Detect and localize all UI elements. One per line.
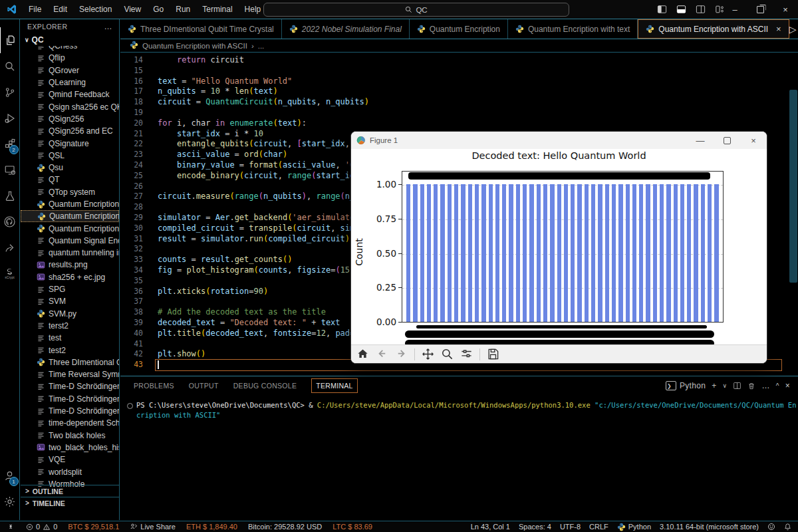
terminal-output[interactable]: PS C:\Users\steve\OneDrive\Documents\QC>… bbox=[120, 395, 798, 420]
activity-accounts[interactable]: 1 bbox=[0, 463, 20, 489]
file-item[interactable]: test bbox=[21, 332, 119, 344]
code-line[interactable]: 20for i, char in enumerate(text): bbox=[120, 118, 798, 129]
back-icon[interactable] bbox=[376, 348, 388, 360]
file-item[interactable]: Qmind Feedback bbox=[21, 88, 119, 100]
terminal-tab-output[interactable]: OUTPUT bbox=[189, 376, 219, 395]
terminal-tab-debug-console[interactable]: DEBUG CONSOLE bbox=[233, 376, 297, 395]
menu-run[interactable]: Run bbox=[170, 5, 196, 14]
menu-file[interactable]: File bbox=[23, 5, 47, 14]
file-item[interactable]: time-dependent Schr... bbox=[21, 417, 119, 429]
file-item[interactable]: quantum tunneling in... bbox=[21, 247, 119, 259]
status-eol[interactable]: CRLF bbox=[589, 523, 608, 531]
file-item[interactable]: test2 bbox=[21, 344, 119, 356]
status-live-share[interactable]: Live Share bbox=[130, 523, 176, 531]
activity-source-control[interactable] bbox=[0, 79, 20, 105]
toggle-secondary-sidebar-icon[interactable] bbox=[696, 5, 706, 14]
home-icon[interactable] bbox=[356, 348, 369, 360]
file-item[interactable]: QGrover bbox=[21, 65, 119, 76]
code-line[interactable]: 14 return circuit bbox=[120, 55, 798, 66]
file-item[interactable]: Qsu bbox=[21, 162, 119, 174]
file-item[interactable]: results.png bbox=[21, 259, 119, 271]
toggle-sidebar-icon[interactable] bbox=[657, 5, 667, 14]
status-language-mode[interactable]: Python bbox=[617, 523, 651, 531]
activity-scrypt[interactable]: sCrypt bbox=[0, 261, 20, 287]
editor-scrollbar[interactable] bbox=[789, 90, 797, 283]
editor-tab[interactable]: Quantum Encription with ASCII× bbox=[638, 19, 789, 39]
save-icon[interactable] bbox=[487, 348, 499, 360]
file-item[interactable]: QChess bbox=[21, 46, 119, 52]
status-notifications[interactable] bbox=[784, 523, 791, 531]
menu-go[interactable]: Go bbox=[147, 5, 170, 14]
file-item[interactable]: terst2 bbox=[21, 320, 119, 332]
toggle-panel-icon[interactable] bbox=[676, 5, 686, 14]
window-restore-button[interactable] bbox=[747, 0, 773, 19]
activity-search[interactable] bbox=[0, 53, 20, 79]
breadcrumb[interactable]: Quantum Encription with ASCII › ... bbox=[120, 39, 798, 53]
file-item[interactable]: Time-D Schrödinger ... bbox=[21, 380, 119, 392]
file-item[interactable]: Time Reversal Symme... bbox=[21, 368, 119, 380]
editor-tab[interactable]: Three DImentional Qubit Time Crystal bbox=[120, 19, 282, 39]
pan-icon[interactable] bbox=[422, 348, 434, 360]
new-terminal-button[interactable]: + bbox=[712, 381, 716, 390]
breadcrumb-more[interactable]: ... bbox=[258, 42, 265, 50]
command-center-search[interactable]: QC bbox=[263, 3, 569, 17]
matplotlib-figure-window[interactable]: Figure 1 — × Decoded text: Hello Quantum… bbox=[350, 131, 767, 364]
folder-root-qc[interactable]: ∨ QC bbox=[21, 34, 119, 46]
configure-subplots-icon[interactable] bbox=[460, 348, 473, 360]
file-item[interactable]: Time-D Schrödinger ... bbox=[21, 393, 119, 405]
code-line[interactable]: 19 bbox=[120, 108, 798, 118]
file-item[interactable]: QSL bbox=[21, 150, 119, 162]
file-item[interactable]: SVM bbox=[21, 295, 119, 307]
file-item[interactable]: Time-D Schrödinger ... bbox=[21, 405, 119, 417]
file-item[interactable]: Qflip bbox=[21, 52, 119, 64]
run-python-file-button[interactable]: ▷ bbox=[789, 24, 797, 35]
outline-section[interactable]: > OUTLINE bbox=[21, 485, 119, 497]
menu-edit[interactable]: Edit bbox=[47, 5, 73, 14]
status-feedback[interactable] bbox=[767, 523, 775, 531]
figure-minimize-button[interactable]: — bbox=[687, 132, 714, 149]
file-item[interactable]: worldsplit bbox=[21, 466, 119, 477]
activity-extensions[interactable]: 2 bbox=[0, 131, 20, 157]
file-item[interactable]: SPG bbox=[21, 283, 119, 295]
menu-help[interactable]: Help bbox=[239, 5, 267, 14]
file-item[interactable]: VQE bbox=[21, 454, 119, 466]
terminal-tab-problems[interactable]: PROBLEMS bbox=[134, 376, 174, 395]
terminal-tab-terminal[interactable]: TERMINAL bbox=[311, 378, 358, 393]
figure-close-button[interactable]: × bbox=[740, 132, 767, 149]
status-cursor-position[interactable]: Ln 43, Col 1 bbox=[471, 523, 510, 531]
file-item[interactable]: Qsign sha256 ec QKD bbox=[21, 100, 119, 112]
file-item[interactable]: Two black holes bbox=[21, 430, 119, 442]
window-close-button[interactable]: × bbox=[773, 0, 798, 19]
status-python-interpreter[interactable]: 3.10.11 64-bit (microsoft store) bbox=[660, 523, 759, 531]
code-line[interactable]: 15 bbox=[120, 66, 798, 76]
explorer-actions-icon[interactable]: … bbox=[104, 22, 112, 31]
code-line[interactable]: 16text = "Hello Quantum World" bbox=[120, 76, 798, 87]
status-eth-price[interactable]: ETH $ 1,849.40 bbox=[186, 523, 237, 531]
file-item[interactable]: SVM.py bbox=[21, 308, 119, 320]
terminal-profile[interactable]: ❯ Python bbox=[666, 381, 706, 390]
activity-settings[interactable] bbox=[0, 489, 20, 515]
status-problems[interactable]: 00 bbox=[26, 523, 57, 531]
activity-testing[interactable] bbox=[0, 183, 20, 209]
menu-selection[interactable]: Selection bbox=[73, 5, 118, 14]
file-item[interactable]: Three DImentional Q... bbox=[21, 356, 119, 368]
file-item[interactable]: Quantum Encription ... bbox=[21, 210, 119, 222]
figure-title-bar[interactable]: Figure 1 — × bbox=[351, 132, 767, 149]
status-bitcoin-usd[interactable]: Bitcoin: 29528.92 USD bbox=[248, 523, 322, 531]
figure-maximize-button[interactable] bbox=[714, 132, 740, 149]
menu-view[interactable]: View bbox=[118, 5, 147, 14]
activity-explorer[interactable] bbox=[0, 27, 21, 53]
code-line[interactable]: 17n_qubits = 10 * len(text) bbox=[120, 86, 798, 97]
timeline-section[interactable]: > TIMELINE bbox=[21, 497, 119, 509]
status-remote-indicator[interactable] bbox=[7, 523, 15, 531]
file-item[interactable]: QLearning bbox=[21, 76, 119, 88]
status-encoding[interactable]: UTF-8 bbox=[560, 523, 581, 531]
file-item[interactable]: QSign256 bbox=[21, 113, 119, 125]
split-terminal-icon[interactable] bbox=[733, 382, 741, 390]
forward-icon[interactable] bbox=[395, 348, 408, 360]
terminal-more-actions-icon[interactable]: … bbox=[761, 381, 769, 390]
status-ltc-price[interactable]: LTC $ 83.69 bbox=[332, 523, 372, 531]
status-indentation[interactable]: Spaces: 4 bbox=[519, 523, 551, 531]
editor-tab[interactable]: Quantum Encription with text bbox=[508, 19, 638, 39]
tab-close-icon[interactable]: × bbox=[776, 24, 781, 34]
